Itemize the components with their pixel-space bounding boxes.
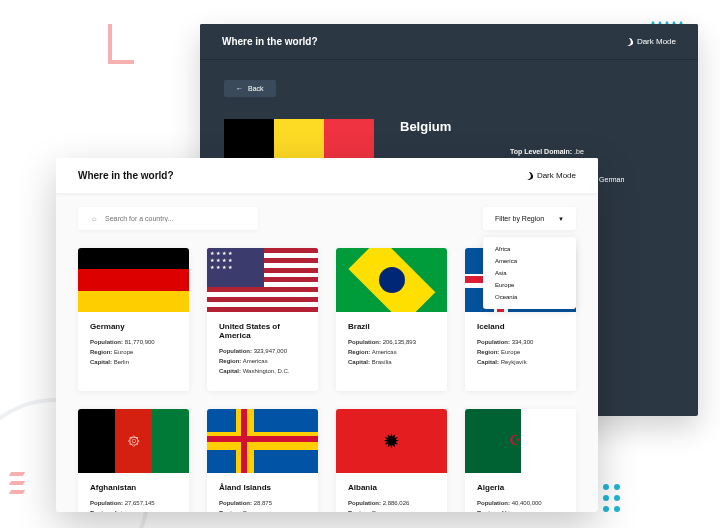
decor-bracket xyxy=(108,24,134,64)
arrow-left-icon: ← xyxy=(236,85,243,92)
card-population: Population: 334,300 xyxy=(477,337,564,347)
search-box[interactable]: ⌕ xyxy=(78,207,258,230)
light-header: Where in the world? Dark Mode xyxy=(56,158,598,193)
card-region: Region: Americas xyxy=(219,356,306,366)
app-title-light: Where in the world? xyxy=(78,170,174,181)
card-region: Region: Europe xyxy=(348,508,435,512)
card-name: Afghanistan xyxy=(90,483,177,492)
card-capital: Capital: Washington, D.C. xyxy=(219,366,306,376)
dark-header: Where in the world? Dark Mode xyxy=(200,24,698,59)
country-card[interactable]: Åland IslandsPopulation: 28,875Region: E… xyxy=(207,409,318,512)
light-window: Where in the world? Dark Mode ⌕ Filter b… xyxy=(56,158,598,512)
card-name: Åland Islands xyxy=(219,483,306,492)
card-name: Algeria xyxy=(477,483,564,492)
card-region: Region: Europe xyxy=(90,347,177,357)
card-population: Population: 2,886,026 xyxy=(348,498,435,508)
country-name: Belgium xyxy=(400,119,674,134)
app-title-dark: Where in the world? xyxy=(222,36,318,47)
filter-option[interactable]: America xyxy=(483,255,576,267)
card-region: Region: Africa xyxy=(477,508,564,512)
card-population: Population: 323,947,000 xyxy=(219,346,306,356)
card-name: Albania xyxy=(348,483,435,492)
country-card[interactable]: United States of AmericaPopulation: 323,… xyxy=(207,248,318,391)
theme-label: Dark Mode xyxy=(537,171,576,180)
card-population: Population: 27,657,145 xyxy=(90,498,177,508)
card-population: Population: 28,875 xyxy=(219,498,306,508)
theme-toggle-light[interactable]: Dark Mode xyxy=(525,171,576,180)
card-capital: Capital: Reykjavík xyxy=(477,357,564,367)
card-capital: Capital: Berlin xyxy=(90,357,177,367)
country-card[interactable]: GermanyPopulation: 81,770,900Region: Eur… xyxy=(78,248,189,391)
theme-toggle-dark[interactable]: Dark Mode xyxy=(625,37,676,46)
search-input[interactable] xyxy=(105,215,244,222)
decor-stripes xyxy=(10,472,24,494)
card-name: Iceland xyxy=(477,322,564,331)
filter-label: Filter by Region xyxy=(495,215,544,222)
search-icon: ⌕ xyxy=(92,214,97,223)
moon-icon xyxy=(624,36,634,46)
card-name: Brazil xyxy=(348,322,435,331)
card-region: Region: Europe xyxy=(477,347,564,357)
chevron-down-icon: ▼ xyxy=(558,216,564,222)
theme-label: Dark Mode xyxy=(637,37,676,46)
moon-icon xyxy=(524,170,534,180)
card-population: Population: 81,770,900 xyxy=(90,337,177,347)
card-name: Germany xyxy=(90,322,177,331)
toolbar: ⌕ Filter by Region ▼ Africa America Asia… xyxy=(56,193,598,244)
card-region: Region: Americas xyxy=(348,347,435,357)
filter-region-menu: Africa America Asia Europe Oceania xyxy=(483,237,576,309)
country-card[interactable]: BrazilPopulation: 206,135,893Region: Ame… xyxy=(336,248,447,391)
card-capital: Capital: Brasília xyxy=(348,357,435,367)
filter-region-button[interactable]: Filter by Region ▼ xyxy=(483,207,576,230)
filter-option[interactable]: Oceania xyxy=(483,291,576,303)
country-card[interactable]: ☪AlgeriaPopulation: 40,400,000Region: Af… xyxy=(465,409,576,512)
card-region: Region: Europe xyxy=(219,508,306,512)
filter-option[interactable]: Africa xyxy=(483,243,576,255)
filter-option[interactable]: Asia xyxy=(483,267,576,279)
card-population: Population: 206,135,893 xyxy=(348,337,435,347)
back-label: Back xyxy=(248,85,264,92)
country-card[interactable]: ۞AfghanistanPopulation: 27,657,145Region… xyxy=(78,409,189,512)
country-card[interactable]: ✹AlbaniaPopulation: 2,886,026Region: Eur… xyxy=(336,409,447,512)
card-population: Population: 40,400,000 xyxy=(477,498,564,508)
card-name: United States of America xyxy=(219,322,306,340)
card-region: Region: Asia xyxy=(90,508,177,512)
filter-option[interactable]: Europe xyxy=(483,279,576,291)
back-button[interactable]: ← Back xyxy=(224,80,276,97)
